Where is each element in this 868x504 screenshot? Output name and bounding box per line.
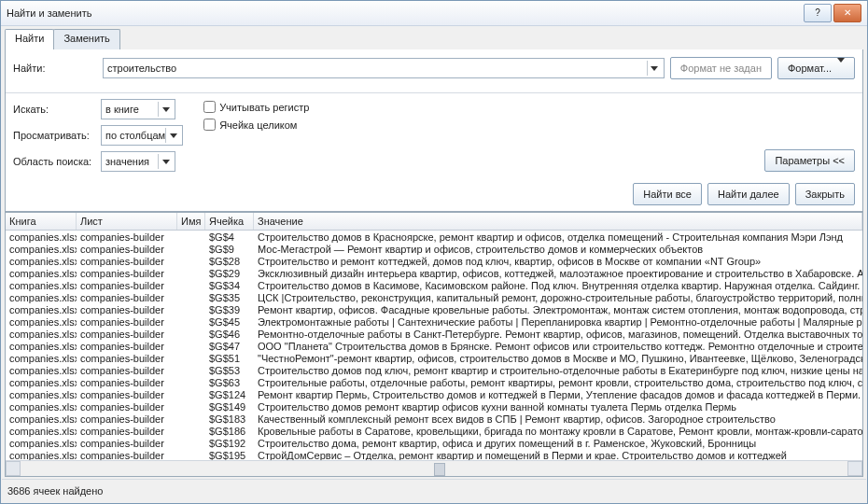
entire-cell-checkbox[interactable]: Ячейка целиком <box>203 119 309 131</box>
table-row[interactable]: companies.xlsxcompanies-builder$G$53Стро… <box>6 364 862 376</box>
table-row[interactable]: companies.xlsxcompanies-builder$G$124Рем… <box>6 388 862 400</box>
cell-sheet: companies-builder <box>77 280 177 291</box>
cell-book: companies.xlsx <box>6 256 77 267</box>
match-case-checkbox[interactable]: Учитывать регистр <box>203 101 309 113</box>
cell-book: companies.xlsx <box>6 438 77 449</box>
cell-value: Строительство дома, ремонт квартир, офис… <box>254 438 862 449</box>
close-window-button[interactable]: ✕ <box>833 4 861 22</box>
cell-ref: $G$192 <box>205 438 254 449</box>
cell-value: Строительство домов под ключ, ремонт ква… <box>254 365 862 376</box>
status-bar: 3686 ячеек найдено <box>2 479 866 502</box>
options-button[interactable]: Параметры << <box>764 149 855 172</box>
cell-value: Ремонтно-отделочные работы в Санкт-Петер… <box>254 329 862 340</box>
table-row[interactable]: companies.xlsxcompanies-builder$G$35ЦСК … <box>6 291 862 303</box>
col-book[interactable]: Книга <box>6 213 77 230</box>
cell-book: companies.xlsx <box>6 329 77 340</box>
tab-find[interactable]: Найти <box>5 29 54 49</box>
col-value[interactable]: Значение <box>254 213 862 230</box>
find-next-button[interactable]: Найти далее <box>707 183 790 205</box>
cell-book: companies.xlsx <box>6 377 77 388</box>
cell-value: ООО "Планета" Строительства домов в Брян… <box>254 341 862 352</box>
grid-body[interactable]: companies.xlsxcompanies-builder$G$4Строи… <box>6 231 862 460</box>
cell-sheet: companies-builder <box>77 244 177 255</box>
table-row[interactable]: companies.xlsxcompanies-builder$G$47ООО … <box>6 340 862 352</box>
look-by-dropdown[interactable]: по столбцам <box>101 125 183 146</box>
cell-book: companies.xlsx <box>6 244 77 255</box>
find-all-button[interactable]: Найти все <box>633 183 702 205</box>
table-row[interactable]: companies.xlsxcompanies-builder$G$192Стр… <box>6 437 862 449</box>
look-in-dropdown[interactable]: значения <box>101 151 175 172</box>
table-row[interactable]: companies.xlsxcompanies-builder$G$39Ремо… <box>6 303 862 315</box>
cell-value: Строительство домов в Красноярске, ремон… <box>254 231 862 243</box>
table-row[interactable]: companies.xlsxcompanies-builder$G$183Кач… <box>6 413 862 425</box>
cell-sheet: companies-builder <box>77 426 177 437</box>
cell-sheet: companies-builder <box>77 450 177 461</box>
table-row[interactable]: companies.xlsxcompanies-builder$G$46Ремо… <box>6 328 862 340</box>
table-row[interactable]: companies.xlsxcompanies-builder$G$29Экск… <box>6 267 862 279</box>
cell-book: companies.xlsx <box>6 426 77 437</box>
cell-sheet: companies-builder <box>77 329 177 340</box>
cell-book: companies.xlsx <box>6 401 77 413</box>
chevron-down-icon[interactable] <box>158 102 173 117</box>
table-row[interactable]: companies.xlsxcompanies-builder$G$4Строи… <box>6 231 862 243</box>
results-grid: Книга Лист Имя Ячейка Значение companies… <box>5 212 863 477</box>
horizontal-scrollbar[interactable] <box>6 460 862 476</box>
table-row[interactable]: companies.xlsxcompanies-builder$G$63Стро… <box>6 376 862 388</box>
table-row[interactable]: companies.xlsxcompanies-builder$G$9Мос-М… <box>6 243 862 255</box>
table-row[interactable]: companies.xlsxcompanies-builder$G$28Стро… <box>6 255 862 267</box>
col-sheet[interactable]: Лист <box>77 213 177 230</box>
format-button[interactable]: Формат... <box>777 57 855 79</box>
cell-ref: $G$28 <box>205 256 254 267</box>
cell-ref: $G$63 <box>205 377 254 388</box>
chevron-down-icon <box>837 63 845 74</box>
help-button[interactable]: ? <box>804 4 832 22</box>
cell-value: Мос-Мегастрой — Ремонт квартир и офисов,… <box>254 244 862 255</box>
table-row[interactable]: companies.xlsxcompanies-builder$G$34Стро… <box>6 279 862 291</box>
chevron-down-icon[interactable] <box>165 128 180 143</box>
cell-sheet: companies-builder <box>77 413 177 425</box>
tab-bar: Найти Заменить <box>1 26 867 49</box>
cell-value: Строительство домов в Касимове, Касимовс… <box>254 280 862 291</box>
find-replace-dialog: Найти и заменить ? ✕ Найти Заменить Найт… <box>0 0 868 504</box>
cell-sheet: companies-builder <box>77 438 177 449</box>
table-row[interactable]: companies.xlsxcompanies-builder$G$186Кро… <box>6 425 862 437</box>
cell-book: companies.xlsx <box>6 341 77 352</box>
cell-ref: $G$149 <box>205 401 254 413</box>
cell-value: Строительные работы, отделочные работы, … <box>254 377 862 388</box>
cell-ref: $G$34 <box>205 280 254 291</box>
table-row[interactable]: companies.xlsxcompanies-builder$G$45Элек… <box>6 315 862 328</box>
cell-ref: $G$51 <box>205 353 254 364</box>
format-status: Формат не задан <box>670 57 772 79</box>
tab-replace[interactable]: Заменить <box>53 29 119 49</box>
table-row[interactable]: companies.xlsxcompanies-builder$G$149Стр… <box>6 400 862 413</box>
cell-ref: $G$124 <box>205 389 254 400</box>
cell-ref: $G$39 <box>205 304 254 315</box>
search-panel: Найти: строительство Формат не задан Фор… <box>5 49 863 212</box>
cell-book: companies.xlsx <box>6 280 77 291</box>
cell-ref: $G$35 <box>205 292 254 303</box>
col-name[interactable]: Имя <box>177 213 205 230</box>
table-row[interactable]: companies.xlsxcompanies-builder$G$195Стр… <box>6 449 862 460</box>
cell-book: companies.xlsx <box>6 231 77 243</box>
look-by-label: Просматривать: <box>13 130 97 141</box>
cell-ref: $G$53 <box>205 365 254 376</box>
status-text: 3686 ячеек найдено <box>7 485 103 497</box>
cell-value: Эксклюзивный дизайн интерьера квартир, о… <box>254 268 862 279</box>
cell-ref: $G$195 <box>205 450 254 461</box>
cell-value: "ЧестноРемонт"-ремонт квартир, офисов, с… <box>254 353 862 364</box>
cell-sheet: companies-builder <box>77 292 177 303</box>
cell-book: companies.xlsx <box>6 365 77 376</box>
cell-sheet: companies-builder <box>77 353 177 364</box>
search-in-dropdown[interactable]: в книге <box>101 99 175 119</box>
table-row[interactable]: companies.xlsxcompanies-builder$G$51"Чес… <box>6 352 862 364</box>
cell-value: Ремонт квартир, офисов. Фасадные кровель… <box>254 304 862 315</box>
search-in-label: Искать: <box>13 104 97 115</box>
cell-sheet: companies-builder <box>77 256 177 267</box>
chevron-down-icon[interactable] <box>647 61 662 76</box>
cell-ref: $G$46 <box>205 329 254 340</box>
find-input[interactable]: строительство <box>103 58 665 78</box>
close-button[interactable]: Закрыть <box>795 183 855 205</box>
col-cell[interactable]: Ячейка <box>205 213 254 230</box>
chevron-down-icon[interactable] <box>158 154 173 169</box>
cell-ref: $G$186 <box>205 426 254 437</box>
